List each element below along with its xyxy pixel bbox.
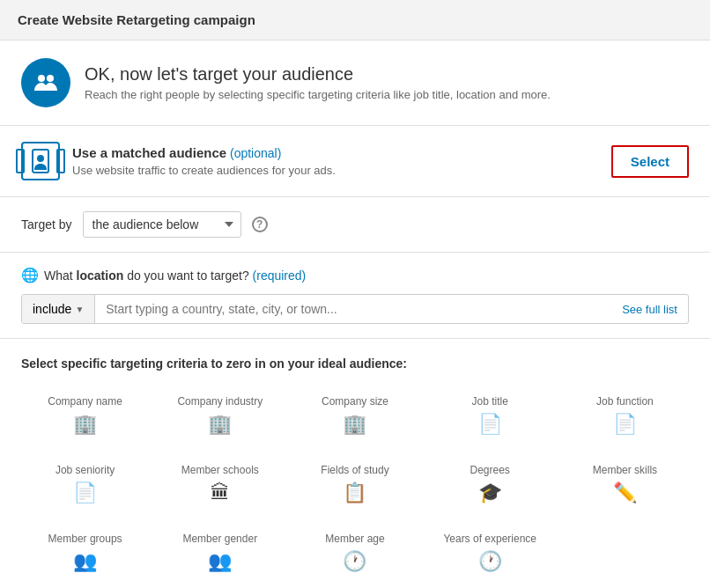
criteria-label: Fields of study <box>321 464 388 476</box>
criteria-label: Member groups <box>48 533 122 545</box>
criteria-item-company-industry[interactable]: Company industry 🏢 <box>156 388 284 443</box>
criteria-icon: 📄 <box>613 413 637 436</box>
people-icon <box>33 70 59 96</box>
criteria-icon: 🏢 <box>343 413 366 436</box>
criteria-item-job-function[interactable]: Job function 📄 <box>561 388 689 443</box>
matched-audience-subtitle: Use website traffic to create audiences … <box>72 164 599 177</box>
location-input-row: include ▼ See full list <box>21 294 689 324</box>
help-icon[interactable]: ? <box>252 217 268 232</box>
location-question: 🌐What location do you want to target? (r… <box>21 267 689 283</box>
matched-audience-title: Use a matched audience <box>72 145 226 160</box>
criteria-icon: ✏️ <box>613 481 637 504</box>
location-q-bold: location <box>77 268 124 283</box>
targeting-criteria-section: Select specific targeting criteria to ze… <box>0 339 710 588</box>
top-bar-suffix: campaign <box>190 12 255 27</box>
criteria-label: Member skills <box>593 464 657 476</box>
location-q-end: do you want to target? <box>123 268 248 283</box>
criteria-item-member-schools[interactable]: Member schools 🏛 <box>156 457 284 511</box>
criteria-icon: 🏢 <box>208 413 232 436</box>
criteria-label: Company size <box>322 395 388 408</box>
location-section: 🌐What location do you want to target? (r… <box>0 253 710 338</box>
see-full-list-link[interactable]: See full list <box>611 296 688 323</box>
include-button[interactable]: include ▼ <box>22 295 95 323</box>
location-required: (required) <box>249 268 307 283</box>
criteria-icon: 🎓 <box>478 481 502 504</box>
criteria-item-degrees[interactable]: Degrees 🎓 <box>426 457 554 511</box>
criteria-label: Job function <box>596 395 654 408</box>
chevron-down-icon: ▼ <box>75 305 84 314</box>
criteria-section-title: Select specific targeting criteria to ze… <box>21 356 689 371</box>
top-bar: Create Website Retargeting campaign <box>0 0 710 40</box>
criteria-icon: 👥 <box>73 550 97 573</box>
location-q-start: What <box>44 268 77 283</box>
target-by-select[interactable]: the audience below <box>83 211 241 238</box>
criteria-item-member-gender[interactable]: Member gender 👥 <box>156 526 284 580</box>
address-book-icon <box>31 149 50 173</box>
audience-icon-circle <box>21 58 70 107</box>
audience-header-subtitle: Reach the right people by selecting spec… <box>85 88 551 101</box>
criteria-label: Member gender <box>182 533 257 545</box>
criteria-icon: 📄 <box>478 413 502 436</box>
criteria-label: Company name <box>48 395 122 408</box>
svg-point-1 <box>47 75 54 82</box>
target-by-label: Target by <box>21 217 72 232</box>
criteria-icon: 🕐 <box>343 550 366 573</box>
criteria-label: Member schools <box>181 464 259 476</box>
criteria-icon: 🏢 <box>73 413 97 436</box>
criteria-item-company-name[interactable]: Company name 🏢 <box>21 388 149 443</box>
criteria-label: Degrees <box>470 464 510 476</box>
audience-header-title: OK, now let's target your audience <box>85 64 551 85</box>
matched-audience-section: Use a matched audience (optional) Use we… <box>0 126 710 196</box>
criteria-item-fields-of-study[interactable]: Fields of study 📋 <box>291 457 418 511</box>
target-by-section: Target by the audience below ? <box>0 197 710 252</box>
criteria-item-company-size[interactable]: Company size 🏢 <box>291 388 418 443</box>
criteria-item-job-title[interactable]: Job title 📄 <box>426 388 554 443</box>
criteria-label: Company industry <box>177 395 263 408</box>
select-button[interactable]: Select <box>611 145 689 178</box>
criteria-label: Years of experience <box>443 533 536 545</box>
criteria-icon: 🕐 <box>478 550 502 573</box>
criteria-grid: Company name 🏢 Company industry 🏢 Compan… <box>21 388 689 580</box>
criteria-label: Job seniority <box>55 464 115 476</box>
top-bar-bold: Website Retargeting <box>63 12 190 27</box>
criteria-icon: 📋 <box>343 481 366 504</box>
criteria-item-member-skills[interactable]: Member skills ✏️ <box>561 457 689 511</box>
criteria-item-years-of-experience[interactable]: Years of experience 🕐 <box>426 526 554 580</box>
svg-point-3 <box>37 155 44 162</box>
matched-audience-text: Use a matched audience (optional) Use we… <box>72 145 599 177</box>
include-label: include <box>33 302 71 316</box>
audience-header: OK, now let's target your audience Reach… <box>0 40 710 125</box>
criteria-label: Job title <box>472 395 508 408</box>
location-input[interactable] <box>95 295 611 323</box>
criteria-item-member-age[interactable]: Member age 🕐 <box>291 526 418 580</box>
criteria-icon: 📄 <box>73 481 97 504</box>
matched-audience-optional: (optional) <box>226 146 281 160</box>
matched-audience-icon <box>21 142 60 180</box>
top-bar-prefix: Create <box>18 12 63 27</box>
criteria-label: Member age <box>325 533 384 545</box>
globe-icon: 🌐 <box>21 267 39 283</box>
criteria-icon: 🏛 <box>211 481 230 504</box>
criteria-item-member-groups[interactable]: Member groups 👥 <box>21 526 149 580</box>
criteria-item-job-seniority[interactable]: Job seniority 📄 <box>21 457 149 511</box>
audience-header-text: OK, now let's target your audience Reach… <box>85 64 551 101</box>
criteria-icon: 👥 <box>208 550 232 573</box>
svg-point-0 <box>38 75 45 82</box>
